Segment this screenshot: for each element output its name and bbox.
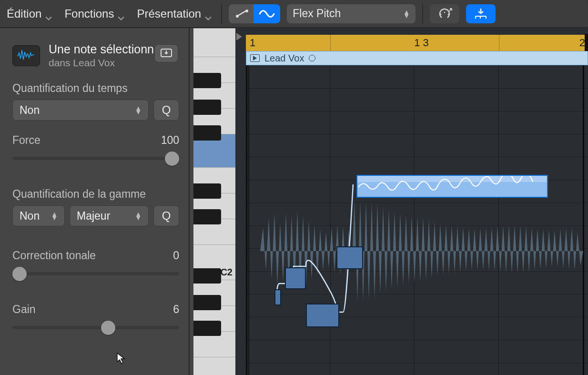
force-value: 100 — [161, 134, 179, 147]
midi-out-icon — [436, 8, 453, 20]
piano-black-key[interactable] — [193, 295, 221, 310]
play-icon[interactable] — [250, 54, 260, 62]
piano-black-key[interactable] — [193, 268, 221, 284]
menu-functions[interactable]: Fonctions — [61, 5, 127, 22]
stepper-icon: ▲▼ — [403, 10, 410, 18]
scale-mode-value: Majeur — [77, 210, 110, 223]
menu-view-label: Présentation — [137, 7, 201, 20]
scale-quantize-button[interactable]: Q — [153, 205, 179, 226]
menu-edit-label: Édition — [7, 7, 41, 20]
scale-key-value: Non — [20, 210, 40, 223]
ruler-marker: 1 — [250, 37, 255, 49]
svg-point-4 — [448, 13, 449, 15]
inspector-download-button[interactable] — [154, 44, 178, 62]
flex-toggle[interactable] — [253, 4, 280, 23]
pitch-note[interactable] — [274, 289, 281, 305]
editor-toolbar: Édition Fonctions Présentation Flex Pitc… — [0, 0, 588, 28]
separator — [422, 4, 423, 24]
menu-edit[interactable]: Édition — [4, 5, 55, 22]
region-name: Lead Vox — [264, 53, 304, 64]
svg-point-3 — [444, 11, 446, 13]
piano-black-key[interactable] — [193, 209, 221, 224]
automation-toggle[interactable] — [229, 4, 255, 23]
piano-black-key[interactable] — [193, 100, 221, 115]
chevron-down-icon — [118, 10, 124, 17]
disclosure-triangle-icon[interactable] — [235, 31, 244, 44]
octave-label: C2 — [220, 267, 233, 278]
flex-mode-select[interactable]: Flex Pitch ▲▼ — [287, 4, 416, 23]
midi-out-button[interactable] — [430, 4, 459, 23]
note-grid[interactable] — [246, 65, 588, 375]
track-audio-icon — [12, 45, 40, 66]
inspector-subtitle: dans Lead Vox — [49, 57, 167, 69]
chevron-down-icon — [205, 10, 212, 17]
piano-black-key[interactable] — [193, 125, 221, 141]
pitch-correction-slider[interactable] — [12, 267, 179, 280]
scale-mode-select[interactable]: Majeur ▲▼ — [70, 205, 149, 226]
piano-white-key[interactable] — [193, 357, 235, 375]
scale-quantize-label: Quantification de la gamme — [12, 188, 179, 201]
flex-icon — [259, 9, 275, 19]
piano-white-key[interactable] — [193, 28, 235, 57]
catch-playhead-button[interactable] — [466, 4, 496, 23]
quantize-button[interactable]: Q — [153, 100, 179, 121]
stepper-icon: ▲▼ — [51, 212, 58, 220]
pitch-note[interactable] — [336, 246, 363, 269]
pitch-note-selected[interactable] — [356, 175, 548, 198]
pitch-correction-label: Correction tonale — [12, 249, 96, 262]
flex-pitch-editor[interactable]: 1 1 3 2 Lead Vox — [235, 28, 588, 375]
download-icon — [160, 48, 172, 59]
gain-value: 6 — [173, 303, 179, 316]
pitch-note[interactable] — [285, 267, 306, 289]
gain-label: Gain — [12, 303, 36, 316]
svg-point-2 — [440, 13, 442, 15]
pitch-correction-value: 0 — [173, 249, 179, 262]
region-header[interactable]: Lead Vox — [246, 51, 588, 65]
note-waveform — [357, 176, 547, 197]
piano-black-key[interactable] — [193, 73, 221, 88]
flex-mode-label: Flex Pitch — [293, 7, 341, 20]
gain-slider[interactable] — [12, 321, 179, 334]
pitch-note[interactable] — [306, 304, 339, 327]
time-quantize-value: Non — [20, 104, 40, 117]
scale-key-select[interactable]: Non ▲▼ — [12, 205, 65, 226]
ruler-marker: 1 3 — [414, 37, 429, 49]
piano-black-key[interactable] — [193, 183, 221, 199]
slider-thumb[interactable] — [165, 152, 179, 166]
automation-curve-icon — [235, 9, 249, 19]
loop-icon[interactable] — [309, 55, 315, 61]
inspector-panel: Une note sélectionnée dans Lead Vox Quan… — [0, 28, 190, 375]
time-quantize-label: Quantification du temps — [12, 82, 179, 95]
stepper-icon: ▲▼ — [135, 212, 142, 220]
force-slider[interactable] — [12, 152, 179, 165]
menu-functions-label: Fonctions — [64, 7, 114, 20]
stepper-icon: ▲▼ — [135, 106, 142, 114]
force-label: Force — [12, 134, 41, 147]
slider-thumb[interactable] — [101, 321, 115, 335]
svg-point-1 — [245, 10, 248, 12]
menu-view[interactable]: Présentation — [134, 5, 214, 22]
time-quantize-select[interactable]: Non ▲▼ — [12, 100, 149, 121]
piano-black-key[interactable] — [193, 321, 221, 336]
chevron-down-icon — [45, 10, 52, 17]
separator — [221, 4, 222, 24]
timeline-ruler[interactable]: 1 1 3 2 — [246, 35, 588, 51]
slider-thumb[interactable] — [12, 267, 27, 281]
inspector-title: Une note sélectionnée — [49, 42, 167, 56]
catch-playhead-icon — [474, 8, 488, 20]
piano-keyboard[interactable]: C2 — [190, 28, 235, 375]
mouse-cursor-icon — [116, 352, 126, 365]
